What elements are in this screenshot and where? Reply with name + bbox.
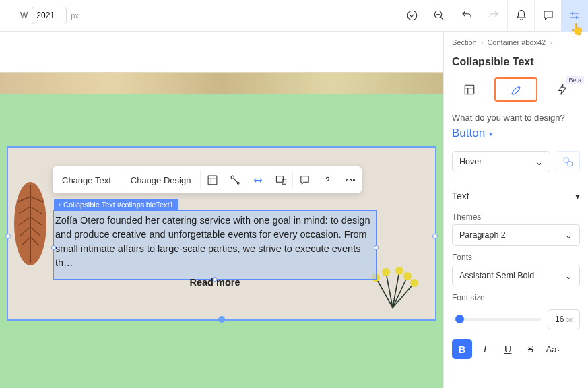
collapsible-text-element[interactable]: Zofía Otero founded her catering service… — [53, 210, 377, 280]
svg-point-13 — [346, 179, 348, 181]
change-text-button[interactable]: Change Text — [53, 166, 121, 193]
themes-value: Paragraph 2 — [459, 230, 506, 240]
section-text-header[interactable]: Text ▾ — [444, 181, 588, 205]
comments-icon[interactable] — [534, 0, 561, 32]
collapsible-text-body: Zofía Otero founded her catering service… — [55, 214, 374, 270]
comment-icon[interactable] — [293, 166, 316, 193]
chevron-down-icon: ▾ — [489, 130, 492, 137]
chevron-right-icon: › — [550, 38, 552, 46]
editor-canvas[interactable]: Change Text Change Design ‹ Collapsible … — [0, 32, 443, 388]
resize-handle-right[interactable] — [432, 234, 438, 239]
stretch-icon[interactable] — [247, 166, 269, 193]
fontsize-input[interactable]: 16 px — [548, 309, 580, 329]
design-target-dropdown[interactable]: Button ▾ — [452, 127, 580, 140]
help-icon[interactable] — [316, 166, 339, 193]
svg-point-6 — [403, 272, 412, 280]
chevron-down-icon: ▾ — [575, 191, 580, 201]
leaf-illustration — [12, 176, 49, 271]
more-icon[interactable] — [339, 166, 362, 193]
themes-select[interactable]: Paragraph 2 ⌄ — [452, 224, 580, 246]
chevron-right-icon: › — [481, 38, 484, 46]
inspector-toggle-button[interactable] — [561, 0, 588, 32]
themes-label: Themes — [444, 205, 588, 224]
slider-knob[interactable] — [455, 315, 464, 323]
state-select[interactable]: Hover ⌄ — [452, 151, 550, 172]
canvas-width-input[interactable] — [32, 7, 67, 24]
svg-point-7 — [410, 279, 418, 287]
notifications-icon[interactable] — [507, 0, 534, 32]
layout-icon[interactable] — [201, 166, 224, 193]
breadcrumb-container[interactable]: Container #box42 — [487, 38, 546, 46]
svg-point-14 — [350, 179, 351, 181]
fontsize-unit: px — [565, 316, 573, 323]
design-target-question: What do you want to design? — [452, 112, 580, 123]
zoom-out-icon[interactable] — [426, 0, 453, 32]
fonts-value: Assistant Semi Bold — [459, 271, 534, 280]
responsive-icon[interactable] — [269, 166, 292, 193]
fonts-select[interactable]: Assistant Semi Bold ⌄ — [452, 265, 580, 286]
resize-handle-left[interactable] — [5, 234, 11, 239]
svg-rect-12 — [282, 179, 286, 184]
bold-button[interactable]: B — [452, 339, 472, 359]
strikethrough-button[interactable]: S — [521, 339, 541, 359]
breadcrumb-section[interactable]: Section — [452, 38, 477, 46]
section-text-label: Text — [452, 191, 469, 201]
svg-point-17 — [564, 158, 568, 162]
chevron-down-icon: ⌄ — [565, 271, 573, 281]
fontsize-label: Font size — [444, 286, 588, 305]
svg-point-5 — [395, 267, 403, 275]
svg-point-4 — [382, 268, 390, 276]
chevron-down-icon: ⌄ — [565, 230, 573, 240]
fontsize-slider[interactable] — [452, 318, 541, 321]
inspector-panel: Section › Container #box42 › Collapsible… — [443, 32, 588, 388]
svg-point-15 — [353, 179, 354, 181]
chevron-left-icon: ‹ — [59, 201, 61, 208]
beta-badge: Beta — [566, 76, 584, 84]
resize-handle-bottom[interactable] — [213, 277, 218, 282]
breadcrumb: Section › Container #box42 › — [444, 32, 588, 53]
element-floating-toolbar: Change Text Change Design — [53, 166, 362, 193]
apply-to-states-button[interactable] — [556, 151, 580, 172]
top-toolbar: W px — [0, 0, 588, 32]
width-label: W — [20, 11, 28, 20]
resize-handle-right[interactable] — [374, 245, 379, 250]
design-target-value: Button — [452, 127, 485, 140]
panel-title: Collapsible Text — [444, 53, 588, 75]
selection-breadcrumb-chip[interactable]: ‹ Collapsible Text #collapsibleText1 — [54, 199, 178, 211]
animation-icon[interactable] — [224, 166, 247, 193]
underline-button[interactable]: U — [498, 339, 518, 359]
change-design-button[interactable]: Change Design — [121, 166, 201, 193]
svg-point-18 — [567, 161, 572, 166]
tab-layout[interactable] — [449, 77, 490, 102]
state-select-value: Hover — [459, 157, 482, 166]
textcase-button[interactable]: Aa ⌄ — [544, 339, 564, 359]
tab-design[interactable] — [494, 77, 538, 102]
resize-handle-left[interactable] — [51, 245, 56, 250]
fontsize-value: 16 — [555, 315, 564, 324]
italic-button[interactable]: I — [475, 339, 495, 359]
svg-point-0 — [407, 11, 417, 20]
svg-rect-16 — [465, 85, 475, 94]
hero-image-strip — [0, 72, 443, 94]
checklist-icon[interactable] — [399, 0, 426, 32]
undo-button[interactable] — [453, 0, 480, 32]
chevron-down-icon: ⌄ — [535, 157, 543, 167]
width-unit: px — [71, 11, 79, 20]
svg-rect-8 — [208, 176, 217, 185]
fonts-label: Fonts — [444, 246, 588, 265]
selection-chip-text: Collapsible Text #collapsibleText1 — [63, 201, 174, 209]
redo-button[interactable] — [480, 0, 507, 32]
